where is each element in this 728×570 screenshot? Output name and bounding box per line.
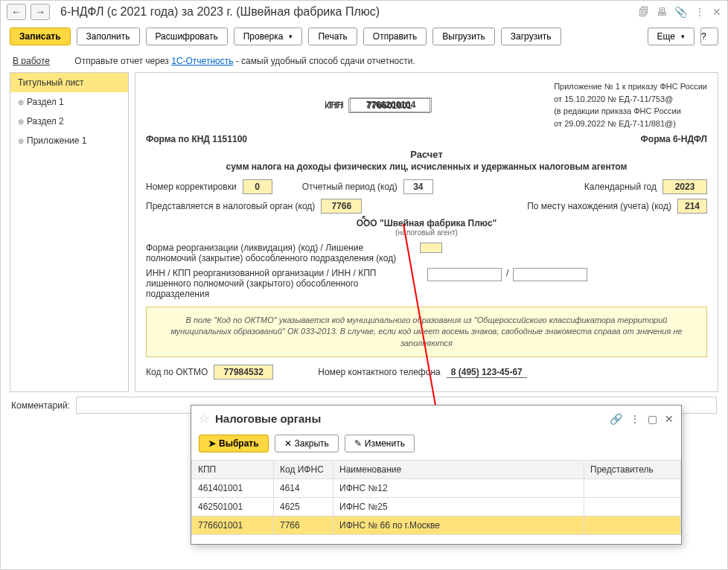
check-button[interactable]: Проверка	[234, 28, 303, 45]
reorg-inn-field[interactable]	[427, 268, 502, 281]
knd-label: Форма по КНД 1151100	[146, 134, 247, 144]
maximize-icon[interactable]: ▢	[648, 413, 657, 425]
settings-icon[interactable]: ⋮	[695, 6, 705, 18]
org-sub: (налоговый агент)	[146, 228, 707, 237]
link-icon[interactable]: 🔗	[610, 413, 622, 425]
app-info: Приложение № 1 к приказу ФНС России от 1…	[554, 80, 707, 129]
status-hint-suffix: - самый удобный способ сдачи отчетности.	[233, 56, 415, 66]
phone-label: Номер контактного телефона	[318, 367, 440, 377]
year-field[interactable]: 2023	[662, 179, 707, 194]
save-icon[interactable]: 🗐	[639, 6, 649, 18]
form-title: Расчет	[146, 149, 707, 160]
sidebar-item-label: Приложение 1	[27, 135, 86, 146]
print-icon[interactable]: 🖶	[657, 6, 667, 18]
sidebar-item-label: Титульный лист	[18, 77, 84, 88]
write-button[interactable]: Записать	[10, 28, 71, 45]
reorg-code-field[interactable]	[420, 243, 442, 253]
close-x-icon: ✕	[284, 438, 292, 449]
place-field[interactable]: 214	[677, 199, 707, 214]
period-label: Отчетный период (код)	[302, 182, 397, 192]
corr-field[interactable]: 0	[243, 179, 272, 194]
more-icon[interactable]: ⋮	[630, 413, 640, 425]
col-code[interactable]: Код ИФНС	[274, 461, 333, 479]
status-hint-prefix: Отправьте отчет через	[74, 56, 171, 66]
help-button[interactable]: ?	[700, 28, 718, 45]
corr-label: Номер корректировки	[146, 182, 237, 192]
table-row[interactable]: 461401001 4614 ИФНС №12	[192, 479, 681, 498]
sidebar-item-label: Раздел 1	[27, 97, 64, 107]
tax-organs-popup: ☆ Налоговые органы 🔗 ⋮ ▢ ✕ ➤Выбрать ✕Зак…	[191, 405, 682, 545]
form-subtitle: сумм налога на доходы физических лиц, ис…	[146, 161, 707, 172]
table-row[interactable]: 462501001 4625 ИФНС №25	[192, 498, 681, 516]
kpp-field[interactable]: 776601001	[348, 98, 430, 113]
col-kpp[interactable]: КПП	[192, 461, 274, 479]
oktmo-hint: В поле "Код по ОКТМО" указывается код му…	[146, 307, 707, 357]
pencil-icon: ✎	[354, 438, 362, 449]
place-label: По месту нахождения (учета) (код)	[527, 201, 671, 211]
period-field[interactable]: 34	[403, 179, 433, 194]
expand-icon: ⊕	[18, 137, 24, 145]
comment-label: Комментарий:	[11, 400, 70, 411]
sidebar-item-section1[interactable]: ⊕ Раздел 1	[10, 92, 128, 112]
close-button[interactable]: ✕Закрыть	[275, 435, 339, 452]
tax-organs-table: КПП Код ИФНС Наименование Представитель …	[191, 460, 681, 535]
sidebar-item-label: Раздел 2	[27, 116, 64, 127]
select-icon: ➤	[208, 438, 216, 449]
attach-icon[interactable]: 📎	[674, 6, 687, 18]
col-repr[interactable]: Представитель	[584, 461, 681, 479]
close-icon[interactable]: ✕	[712, 6, 721, 18]
status-badge[interactable]: В работе	[13, 56, 50, 66]
reorg-inn-label: ИНН / КПП реорганизованной организации /…	[146, 268, 421, 299]
nav-back-button[interactable]: ←	[7, 4, 26, 20]
nav-forward-button[interactable]: →	[31, 4, 50, 20]
oktmo-label: Код по ОКТМО	[146, 367, 208, 377]
phone-field[interactable]: 8 (495) 123-45-67	[447, 367, 527, 378]
form-name: Форма 6-НДФЛ	[641, 134, 707, 144]
fill-button[interactable]: Заполнить	[77, 28, 140, 45]
expand-icon: ⊕	[18, 118, 24, 126]
reorg-kpp-field[interactable]	[513, 268, 587, 281]
org-name: ООО "Швейная фабрика Плюс"	[146, 218, 707, 228]
decode-button[interactable]: Расшифровать	[146, 28, 228, 45]
popup-title: Налоговые органы	[215, 412, 604, 425]
status-hint-link[interactable]: 1C-Отчетность	[171, 56, 233, 66]
select-button[interactable]: ➤Выбрать	[199, 435, 269, 452]
sidebar-item-section2[interactable]: ⊕ Раздел 2	[10, 112, 128, 131]
edit-button[interactable]: ✎Изменить	[345, 435, 415, 452]
kpp-label: КПП	[325, 100, 342, 111]
print-button[interactable]: Печать	[308, 28, 357, 45]
sidebar-item-appendix1[interactable]: ⊕ Приложение 1	[10, 131, 128, 150]
send-button[interactable]: Отправить	[363, 28, 427, 45]
tax-org-label: Представляется в налоговый орган (код)	[146, 201, 315, 211]
form-content: ИНН 7766200104 Приложение № 1 к приказу …	[135, 72, 718, 392]
tax-org-field[interactable]: 7766	[321, 199, 362, 214]
close-icon[interactable]: ✕	[665, 413, 674, 425]
year-label: Календарный год	[584, 182, 657, 192]
sidebar: Титульный лист ⊕ Раздел 1 ⊕ Раздел 2 ⊕ П…	[10, 72, 129, 392]
more-button[interactable]: Еще	[648, 28, 695, 45]
unload-button[interactable]: Выгрузить	[432, 28, 495, 45]
table-row[interactable]: 776601001 7766 ИФНС № 66 по г.Москве	[192, 516, 681, 535]
expand-icon: ⊕	[18, 98, 24, 106]
col-name[interactable]: Наименование	[333, 461, 584, 479]
load-button[interactable]: Загрузить	[501, 28, 561, 45]
oktmo-field[interactable]: 77984532	[214, 365, 273, 380]
sidebar-item-title-page[interactable]: Титульный лист	[10, 73, 128, 92]
page-title: 6-НДФЛ (с 2021 года) за 2023 г. (Швейная…	[60, 5, 634, 19]
favorite-icon[interactable]: ☆	[199, 412, 209, 426]
reorg-label: Форма реорганизации (ликвидация) (код) /…	[146, 243, 414, 263]
